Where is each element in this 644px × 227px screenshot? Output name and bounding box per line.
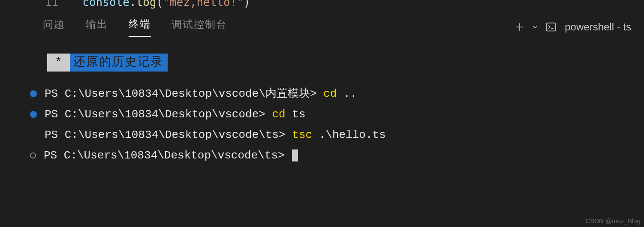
line-status-dot xyxy=(30,111,37,118)
terminal-shell-label[interactable]: powershell - ts xyxy=(565,21,631,33)
terminal-body[interactable]: * 还原的历史记录 PS C:\Users\10834\Desktop\vsco… xyxy=(0,39,644,166)
command: cd xyxy=(323,84,337,104)
line-number: 11 xyxy=(45,0,58,9)
line-status-dot xyxy=(30,90,37,97)
terminal-line: PS C:\Users\10834\Desktop\vscode> cd ts xyxy=(30,104,614,125)
prompt-path: PS C:\Users\10834\Desktop\vscode\ts> xyxy=(44,145,285,166)
svg-rect-2 xyxy=(547,23,556,31)
terminal-cursor[interactable] xyxy=(292,149,298,161)
editor-snippet: 11 console.log("mez,hello!") xyxy=(0,0,644,9)
terminal-header-actions: powershell - ts xyxy=(514,21,631,33)
command-arg: ts xyxy=(292,104,305,125)
chevron-down-icon[interactable] xyxy=(531,23,539,31)
terminal-line: PS C:\Users\10834\Desktop\vscode\内置模块> c… xyxy=(30,84,614,104)
new-terminal-icon[interactable] xyxy=(514,21,525,33)
prompt-path: PS C:\Users\10834\Desktop\vscode\ts> xyxy=(45,125,286,145)
prompt-path: PS C:\Users\10834\Desktop\vscode\内置模块> xyxy=(45,84,317,104)
line-status-dot xyxy=(30,131,37,138)
tab-problems[interactable]: 问题 xyxy=(43,18,65,36)
history-star: * xyxy=(47,54,70,72)
command: cd xyxy=(272,104,286,125)
history-banner: * 还原的历史记录 xyxy=(47,54,168,72)
line-status-dot xyxy=(30,152,36,158)
terminal-line: PS C:\Users\10834\Desktop\vscode\ts> xyxy=(30,145,614,166)
terminal-line: PS C:\Users\10834\Desktop\vscode\ts> tsc… xyxy=(30,125,614,145)
command-arg: .\hello.ts xyxy=(319,125,386,145)
code-object: console xyxy=(82,0,129,9)
tab-output[interactable]: 输出 xyxy=(86,18,108,36)
code-string: mez,hello! xyxy=(170,0,237,9)
watermark: CSDN @mez_Blog xyxy=(585,217,641,224)
command-arg: .. xyxy=(343,84,357,104)
code-method: log xyxy=(136,0,156,9)
panel-tabs: 问题 输出 终端 调试控制台 xyxy=(43,17,227,37)
tab-terminal[interactable]: 终端 xyxy=(129,17,151,37)
history-text: 还原的历史记录 xyxy=(70,54,168,72)
terminal-type-icon[interactable] xyxy=(545,21,557,33)
prompt-path: PS C:\Users\10834\Desktop\vscode> xyxy=(45,104,265,125)
panel-header: 问题 输出 终端 调试控制台 powershell - ts xyxy=(0,9,644,39)
command: tsc xyxy=(292,125,312,145)
tab-debug-console[interactable]: 调试控制台 xyxy=(172,18,227,36)
